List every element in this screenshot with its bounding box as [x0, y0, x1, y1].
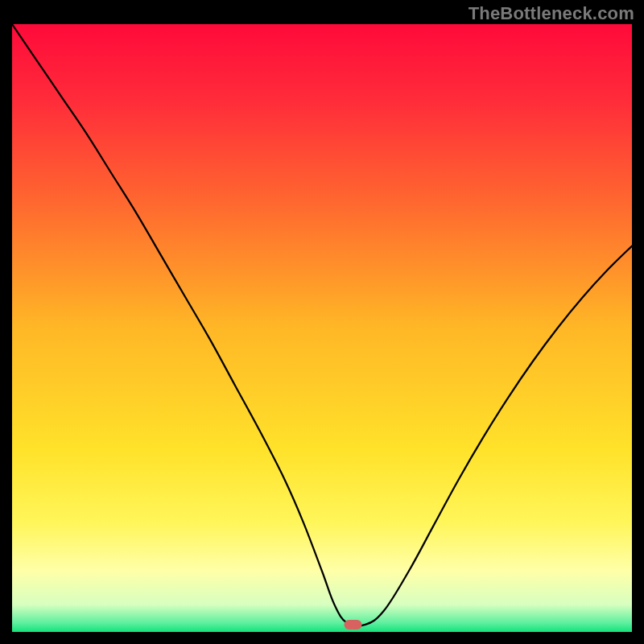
- chart-stage: TheBottleneck.com: [0, 0, 644, 644]
- gradient-background: [12, 24, 632, 632]
- watermark-text: TheBottleneck.com: [469, 3, 634, 24]
- heatmap-plot: [12, 24, 632, 632]
- plot-area: [12, 24, 632, 632]
- minimum-marker: [345, 620, 362, 630]
